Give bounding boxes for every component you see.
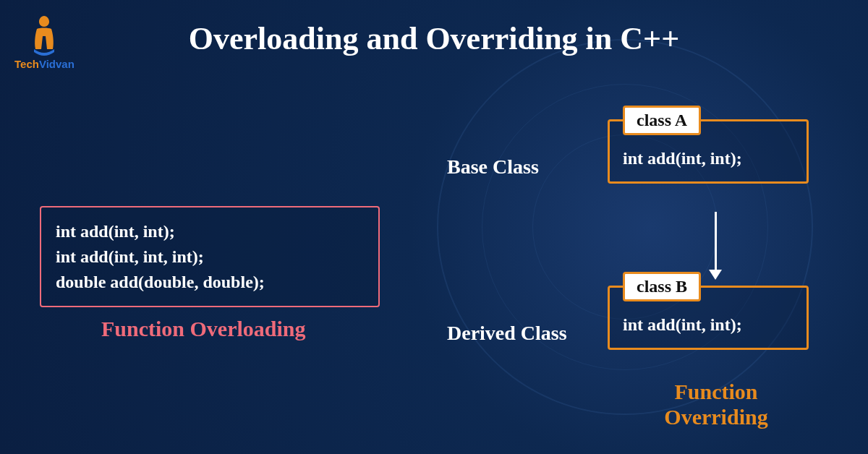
- brand-logo: TechVidvan: [14, 13, 75, 70]
- derived-class-label: Derived Class: [447, 322, 567, 345]
- logo-text-part1: Tech: [14, 58, 39, 70]
- overloading-label: Function Overloading: [101, 317, 306, 341]
- overriding-label: Function Overriding: [637, 380, 796, 429]
- class-a-box: class A int add(int, int);: [608, 119, 809, 184]
- logo-text-part2: Vidvan: [39, 58, 75, 70]
- logo-guru-icon: [27, 13, 61, 56]
- class-b-tag: class B: [623, 272, 701, 301]
- base-class-label: Base Class: [447, 155, 539, 179]
- inheritance-arrow-icon: [705, 212, 726, 280]
- class-b-code: int add(int, int);: [623, 315, 793, 335]
- overloading-line-3: double add(double, double);: [56, 270, 364, 295]
- page-title: Overloading and Overriding in C++: [189, 20, 679, 57]
- overloading-line-1: int add(int, int);: [56, 219, 364, 244]
- class-a-tag: class A: [623, 106, 701, 135]
- overloading-line-2: int add(int, int, int);: [56, 244, 364, 270]
- logo-text: TechVidvan: [14, 58, 75, 70]
- overloading-code-box: int add(int, int); int add(int, int, int…: [40, 206, 380, 307]
- background-circuit-decoration: [437, 39, 813, 415]
- class-a-code: int add(int, int);: [623, 149, 793, 168]
- class-b-box: class B int add(int, int);: [608, 286, 809, 350]
